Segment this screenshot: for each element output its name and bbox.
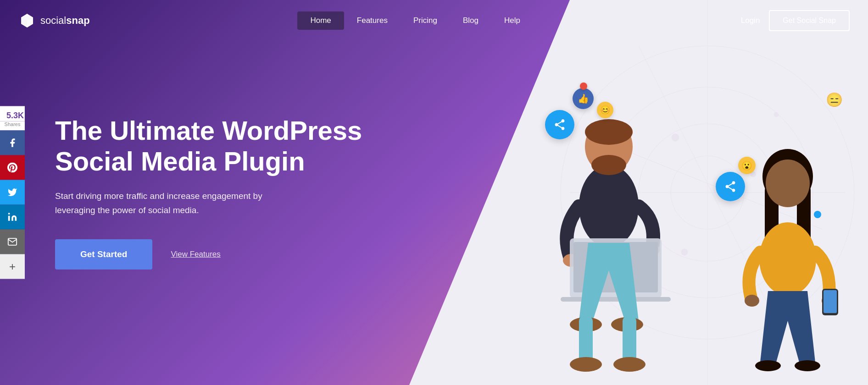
hero-content: The Ultimate WordPress Social Media Plug… [55, 116, 367, 270]
shares-label: Shares [0, 121, 25, 131]
hero-buttons: Get Started View Features [55, 239, 367, 270]
svg-rect-36 [823, 290, 837, 313]
svg-point-26 [570, 357, 602, 372]
svg-rect-21 [561, 297, 671, 302]
shares-count: 5.3K [0, 106, 25, 121]
get-social-snap-button[interactable]: Get Social Snap [769, 10, 850, 31]
header: socialsnap Home Features Pricing Blog He… [0, 0, 868, 41]
emoji-bubble-top: 😊 [597, 102, 613, 118]
main-nav: Home Features Pricing Blog Help [297, 11, 533, 30]
svg-point-27 [613, 357, 645, 372]
svg-point-13 [579, 165, 639, 248]
nav-pricing[interactable]: Pricing [401, 11, 450, 30]
pinterest-share-button[interactable] [0, 155, 25, 180]
logo-text: socialsnap [40, 15, 90, 27]
facebook-share-button[interactable] [0, 131, 25, 155]
twitter-share-button[interactable] [0, 180, 25, 205]
svg-point-10 [681, 249, 688, 255]
nav-features[interactable]: Features [344, 11, 401, 30]
nav-right: Login Get Social Snap [741, 10, 850, 31]
red-notification [580, 82, 587, 90]
like-bubble: 👍 [573, 88, 594, 109]
logo[interactable]: socialsnap [18, 12, 90, 29]
emoji-bubble-bottom: 😮 [738, 157, 756, 174]
svg-point-37 [755, 360, 781, 371]
svg-point-11 [774, 112, 779, 117]
socialsnap-logo-icon [18, 12, 36, 29]
share-bubble-1 [545, 110, 574, 139]
get-started-button[interactable]: Get Started [55, 239, 152, 270]
svg-point-31 [766, 160, 810, 207]
email-share-button[interactable] [0, 230, 25, 254]
view-features-link[interactable]: View Features [171, 250, 220, 259]
svg-point-32 [759, 222, 816, 296]
share-bubble-2 [716, 172, 745, 201]
svg-rect-24 [579, 316, 593, 362]
more-share-button[interactable]: + [0, 254, 25, 279]
linkedin-share-button[interactable] [0, 205, 25, 230]
svg-point-38 [795, 360, 820, 371]
svg-rect-25 [623, 316, 636, 362]
svg-point-33 [745, 295, 759, 307]
svg-point-43 [8, 213, 10, 214]
hero-title: The Ultimate WordPress Social Media Plug… [55, 116, 367, 176]
hero-section: 👍 😊 😮 😑 socialsnap Home Fea [0, 0, 868, 385]
svg-point-15 [585, 119, 633, 145]
svg-point-16 [591, 155, 626, 175]
nav-blog[interactable]: Blog [450, 11, 491, 30]
login-button[interactable]: Login [741, 16, 760, 25]
hero-subtitle: Start driving more traffic and increase … [55, 189, 294, 217]
nav-help[interactable]: Help [491, 11, 533, 30]
social-share-sidebar: 5.3K Shares + [0, 106, 25, 279]
more-icon: + [9, 260, 16, 273]
nav-home[interactable]: Home [297, 11, 344, 30]
blue-dot [814, 211, 821, 218]
corner-emoji: 😑 [826, 92, 843, 108]
